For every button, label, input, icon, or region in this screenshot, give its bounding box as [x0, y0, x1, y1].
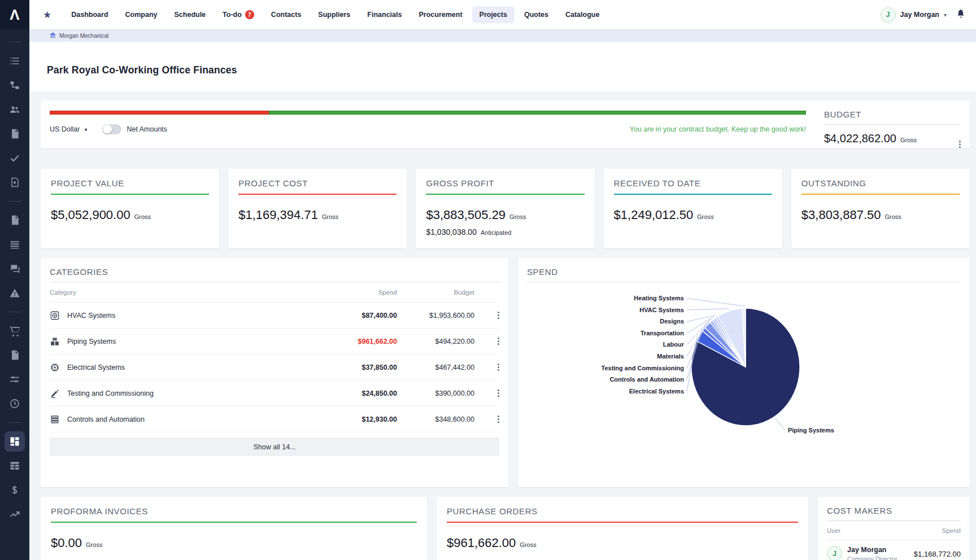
nav-item-label: Schedule — [175, 11, 206, 19]
row-kebab-menu[interactable] — [498, 338, 499, 345]
stat-secondary-suffix: Anticipated — [481, 229, 511, 236]
sidebar-item-tune-icon[interactable] — [5, 369, 25, 390]
currency-value: US Dollar — [50, 125, 80, 133]
show-all-button[interactable]: Show all 14... — [50, 438, 499, 456]
stat-label: PROJECT VALUE — [51, 178, 209, 188]
pie-leader-line — [775, 418, 785, 430]
row-kebab-menu[interactable] — [498, 364, 499, 371]
cost-makers-card: COST MAKERS User Spend JJay MorganCompan… — [818, 497, 970, 560]
page-title: Park Royal Co-Working Office Finances — [47, 64, 976, 76]
sidebar-item-file-upload-icon[interactable] — [5, 172, 25, 193]
nav-item-to-do[interactable]: To-do7 — [215, 6, 262, 24]
accent-divider — [51, 194, 209, 195]
budget-spent-segment — [50, 111, 269, 115]
category-row: Controls and Automation$12,930.00$348,60… — [50, 406, 499, 432]
sidebar-item-document-icon[interactable] — [5, 210, 25, 230]
user-name: Jay Morgan — [900, 11, 939, 19]
pencil-icon — [50, 388, 60, 399]
nav-item-label: Suppliers — [318, 11, 350, 19]
row-kebab-menu[interactable] — [498, 390, 499, 397]
category-name: Piping Systems — [67, 338, 116, 345]
stat-amount: $1,169,394.71 — [238, 208, 318, 222]
budget-amount: $4,022,862.00 — [824, 132, 896, 145]
category-name: HVAC Systems — [67, 312, 115, 320]
pie-label: Piping Systems — [788, 427, 834, 434]
category-budget: $494,220.00 — [397, 338, 474, 345]
stat-suffix: Gross — [134, 213, 151, 220]
pie-label: Designs — [660, 318, 684, 325]
sidebar-item-document-icon[interactable] — [5, 124, 25, 144]
chevron-down-icon: ▾ — [85, 126, 88, 133]
sidebar-item-cart-icon[interactable] — [5, 321, 25, 341]
stat-amount: $3,803,887.50 — [801, 208, 881, 222]
nav-item-company[interactable]: Company — [118, 6, 165, 23]
stat-card-project-value: PROJECT VALUE$5,052,900.00Gross — [41, 169, 219, 248]
net-amounts-toggle[interactable] — [102, 124, 121, 134]
sidebar-item-list-icon[interactable] — [5, 51, 25, 71]
nav-item-procurement[interactable]: Procurement — [411, 6, 469, 23]
stat-card-project-cost: PROJECT COST$1,169,394.71Gross — [228, 169, 407, 248]
pie-label: HVAC Systems — [639, 307, 684, 313]
stat-card-outstanding: OUTSTANDING$3,803,887.50Gross — [791, 169, 970, 248]
stat-label: PROJECT COST — [238, 178, 396, 188]
nav-item-suppliers[interactable]: Suppliers — [311, 6, 358, 23]
nav-item-label: Projects — [480, 11, 507, 19]
sidebar-item-people-icon[interactable] — [5, 99, 25, 120]
nav-item-financials[interactable]: Financials — [360, 6, 409, 23]
column-user: User — [827, 527, 840, 534]
cost-maker-spend: $1,168,772.00 — [914, 550, 961, 558]
sidebar-item-chat-icon[interactable] — [5, 259, 25, 279]
stat-suffix: Gross — [322, 213, 338, 220]
nav-item-contacts[interactable]: Contacts — [264, 6, 308, 23]
budget-kebab-menu[interactable] — [959, 141, 961, 148]
user-menu[interactable]: J Jay Morgan ▾ — [881, 7, 947, 23]
stat-secondary-amount: $1,030,038.00 — [426, 228, 477, 237]
content: US Dollar ▾ Net Amounts You are in your … — [29, 91, 976, 560]
stat-label: RECEIVED TO DATE — [614, 178, 772, 188]
sidebar-item-dashboard-grid-icon[interactable] — [5, 431, 25, 452]
app-logo[interactable]: Λ — [0, 0, 29, 29]
breadcrumb[interactable]: Morgan Mechanical — [29, 29, 976, 42]
currency-select[interactable]: US Dollar ▾ — [50, 125, 88, 133]
pie-leader-line — [687, 309, 729, 310]
sidebar-item-table-icon[interactable] — [5, 456, 25, 476]
purchase-orders-amount: $961,662.00 — [447, 536, 516, 550]
nav-item-projects[interactable]: Projects — [472, 6, 515, 23]
sidebar-item-rows-icon[interactable] — [5, 234, 25, 255]
categories-title: CATEGORIES — [50, 267, 499, 277]
row-kebab-menu[interactable] — [498, 415, 499, 423]
sidebar-item-trending-up-icon[interactable] — [5, 504, 25, 524]
breadcrumb-company: Morgan Mechanical — [59, 33, 108, 39]
sidebar-item-check-icon[interactable] — [5, 148, 25, 168]
favorite-star-icon[interactable]: ★ — [43, 9, 51, 21]
nav-item-catalogue[interactable]: Catalogue — [558, 6, 607, 23]
budget-status-message: You are in your contract budget. Keep up… — [630, 125, 806, 133]
column-spend: Spend — [329, 289, 397, 296]
nav-item-dashboard[interactable]: Dashboard — [64, 6, 115, 23]
sidebar-item-clock-icon[interactable] — [5, 393, 25, 414]
notifications-bell-icon[interactable] — [956, 8, 966, 21]
pie-leader-line — [687, 299, 744, 307]
chevron-down-icon: ▾ — [944, 12, 947, 18]
sidebar-item-sitemap-icon[interactable] — [5, 75, 25, 95]
nav-item-quotes[interactable]: Quotes — [517, 6, 556, 23]
category-spend: $87,400.00 — [329, 312, 397, 320]
cost-maker-name: Jay Morgan — [847, 546, 897, 554]
sidebar-item-dollar-icon[interactable] — [5, 480, 25, 500]
category-budget: $1,953,600.00 — [397, 312, 474, 320]
nav-items: DashboardCompanyScheduleTo-do7ContactsSu… — [64, 6, 607, 24]
nav-item-schedule[interactable]: Schedule — [167, 6, 213, 23]
nav-item-label: Catalogue — [565, 11, 599, 19]
budget-summary: BUDGET $4,022,862.00 Gross — [822, 110, 961, 139]
proforma-amount: $0.00 — [51, 536, 82, 550]
proforma-title: PROFORMA INVOICES — [51, 506, 417, 516]
category-budget: $467,442.00 — [397, 364, 474, 371]
sidebar-item-document-icon[interactable] — [5, 345, 25, 365]
cost-makers-title: COST MAKERS — [827, 506, 961, 515]
category-name: Controls and Automation — [67, 415, 145, 423]
categories-table-header: Category Spend Budget — [50, 282, 499, 303]
spend-pie-chart[interactable]: Heating SystemsHVAC SystemsDesignsTransp… — [527, 282, 961, 478]
nav-item-label: Financials — [367, 11, 402, 19]
sidebar-item-warning-icon[interactable] — [5, 283, 25, 303]
row-kebab-menu[interactable] — [498, 312, 499, 319]
